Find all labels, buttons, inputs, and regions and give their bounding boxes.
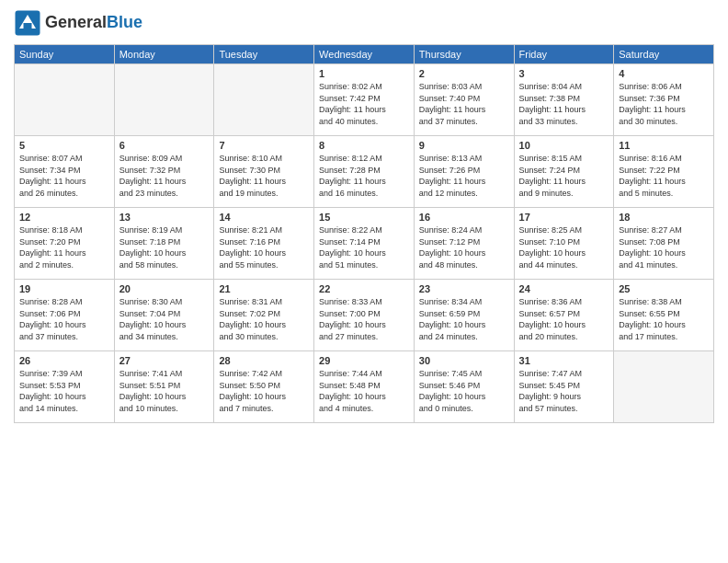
calendar-cell: 5Sunrise: 8:07 AM Sunset: 7:34 PM Daylig… (15, 136, 115, 208)
calendar-cell: 19Sunrise: 8:28 AM Sunset: 7:06 PM Dayli… (15, 280, 115, 351)
day-number: 30 (419, 355, 509, 366)
calendar-cell (214, 64, 314, 136)
day-info: Sunrise: 8:27 AM Sunset: 7:08 PM Dayligh… (619, 224, 709, 270)
calendar-table: SundayMondayTuesdayWednesdayThursdayFrid… (14, 44, 714, 423)
day-info: Sunrise: 8:02 AM Sunset: 7:42 PM Dayligh… (319, 81, 409, 127)
calendar-cell: 31Sunrise: 7:47 AM Sunset: 5:45 PM Dayli… (514, 351, 614, 423)
weekday-header-saturday: Saturday (614, 45, 714, 64)
calendar-cell: 8Sunrise: 8:12 AM Sunset: 7:28 PM Daylig… (314, 136, 415, 208)
day-info: Sunrise: 7:42 AM Sunset: 5:50 PM Dayligh… (219, 368, 309, 414)
day-number: 12 (19, 212, 109, 223)
calendar-cell: 1Sunrise: 8:02 AM Sunset: 7:42 PM Daylig… (314, 64, 415, 136)
calendar-cell (614, 351, 714, 423)
day-info: Sunrise: 8:15 AM Sunset: 7:24 PM Dayligh… (519, 153, 609, 199)
day-number: 3 (519, 68, 609, 79)
day-info: Sunrise: 8:07 AM Sunset: 7:34 PM Dayligh… (19, 153, 109, 199)
calendar-cell: 21Sunrise: 8:31 AM Sunset: 7:02 PM Dayli… (214, 280, 314, 351)
week-row-1: 5Sunrise: 8:07 AM Sunset: 7:34 PM Daylig… (15, 136, 714, 208)
day-info: Sunrise: 8:04 AM Sunset: 7:38 PM Dayligh… (519, 81, 609, 127)
weekday-header-monday: Monday (114, 45, 214, 64)
day-number: 10 (519, 140, 609, 151)
day-number: 20 (119, 283, 210, 294)
day-number: 15 (319, 212, 409, 223)
week-row-3: 19Sunrise: 8:28 AM Sunset: 7:06 PM Dayli… (15, 280, 714, 351)
week-row-4: 26Sunrise: 7:39 AM Sunset: 5:53 PM Dayli… (15, 351, 714, 423)
calendar-cell: 16Sunrise: 8:24 AM Sunset: 7:12 PM Dayli… (414, 208, 514, 280)
day-info: Sunrise: 8:09 AM Sunset: 7:32 PM Dayligh… (119, 153, 210, 199)
calendar-cell: 6Sunrise: 8:09 AM Sunset: 7:32 PM Daylig… (114, 136, 214, 208)
calendar-cell: 23Sunrise: 8:34 AM Sunset: 6:59 PM Dayli… (414, 280, 514, 351)
day-number: 19 (19, 283, 109, 294)
weekday-header-wednesday: Wednesday (314, 45, 415, 64)
calendar-cell: 22Sunrise: 8:33 AM Sunset: 7:00 PM Dayli… (314, 280, 415, 351)
day-info: Sunrise: 8:24 AM Sunset: 7:12 PM Dayligh… (419, 224, 509, 270)
day-info: Sunrise: 8:31 AM Sunset: 7:02 PM Dayligh… (219, 296, 309, 342)
day-number: 5 (19, 140, 109, 151)
day-number: 23 (419, 283, 509, 294)
calendar-cell: 20Sunrise: 8:30 AM Sunset: 7:04 PM Dayli… (114, 280, 214, 351)
day-info: Sunrise: 8:34 AM Sunset: 6:59 PM Dayligh… (419, 296, 509, 342)
day-number: 13 (119, 212, 210, 223)
week-row-0: 1Sunrise: 8:02 AM Sunset: 7:42 PM Daylig… (15, 64, 714, 136)
day-number: 16 (419, 212, 509, 223)
day-info: Sunrise: 8:18 AM Sunset: 7:20 PM Dayligh… (19, 224, 109, 270)
day-number: 21 (219, 283, 309, 294)
day-number: 8 (319, 140, 409, 151)
svg-rect-2 (24, 23, 32, 30)
calendar-cell (114, 64, 214, 136)
day-number: 14 (219, 212, 309, 223)
day-info: Sunrise: 8:25 AM Sunset: 7:10 PM Dayligh… (519, 224, 609, 270)
weekday-header-sunday: Sunday (15, 45, 115, 64)
day-info: Sunrise: 8:22 AM Sunset: 7:14 PM Dayligh… (319, 224, 409, 270)
logo-text: GeneralBlue (45, 14, 142, 32)
weekday-header-tuesday: Tuesday (214, 45, 314, 64)
calendar-cell: 12Sunrise: 8:18 AM Sunset: 7:20 PM Dayli… (15, 208, 115, 280)
day-number: 27 (119, 355, 210, 366)
day-info: Sunrise: 8:19 AM Sunset: 7:18 PM Dayligh… (119, 224, 210, 270)
day-number: 2 (419, 68, 509, 79)
logo: GeneralBlue (14, 9, 142, 37)
day-info: Sunrise: 8:30 AM Sunset: 7:04 PM Dayligh… (119, 296, 210, 342)
day-info: Sunrise: 8:03 AM Sunset: 7:40 PM Dayligh… (419, 81, 509, 127)
day-info: Sunrise: 8:16 AM Sunset: 7:22 PM Dayligh… (619, 153, 709, 199)
day-info: Sunrise: 8:38 AM Sunset: 6:55 PM Dayligh… (619, 296, 709, 342)
logo-icon (14, 9, 41, 37)
calendar-cell: 9Sunrise: 8:13 AM Sunset: 7:26 PM Daylig… (414, 136, 514, 208)
calendar-cell: 4Sunrise: 8:06 AM Sunset: 7:36 PM Daylig… (614, 64, 714, 136)
calendar-cell: 25Sunrise: 8:38 AM Sunset: 6:55 PM Dayli… (614, 280, 714, 351)
calendar-cell: 15Sunrise: 8:22 AM Sunset: 7:14 PM Dayli… (314, 208, 415, 280)
day-number: 9 (419, 140, 509, 151)
weekday-header-thursday: Thursday (414, 45, 514, 64)
day-info: Sunrise: 7:39 AM Sunset: 5:53 PM Dayligh… (19, 368, 109, 414)
day-info: Sunrise: 8:28 AM Sunset: 7:06 PM Dayligh… (19, 296, 109, 342)
day-info: Sunrise: 8:21 AM Sunset: 7:16 PM Dayligh… (219, 224, 309, 270)
day-info: Sunrise: 8:36 AM Sunset: 6:57 PM Dayligh… (519, 296, 609, 342)
day-info: Sunrise: 7:45 AM Sunset: 5:46 PM Dayligh… (419, 368, 509, 414)
day-info: Sunrise: 7:44 AM Sunset: 5:48 PM Dayligh… (319, 368, 409, 414)
day-number: 7 (219, 140, 309, 151)
day-info: Sunrise: 8:10 AM Sunset: 7:30 PM Dayligh… (219, 153, 309, 199)
calendar-cell: 10Sunrise: 8:15 AM Sunset: 7:24 PM Dayli… (514, 136, 614, 208)
day-number: 26 (19, 355, 109, 366)
week-row-2: 12Sunrise: 8:18 AM Sunset: 7:20 PM Dayli… (15, 208, 714, 280)
calendar-cell (15, 64, 115, 136)
day-info: Sunrise: 7:41 AM Sunset: 5:51 PM Dayligh… (119, 368, 210, 414)
calendar-body: 1Sunrise: 8:02 AM Sunset: 7:42 PM Daylig… (15, 64, 714, 423)
day-info: Sunrise: 8:13 AM Sunset: 7:26 PM Dayligh… (419, 153, 509, 199)
day-number: 31 (519, 355, 609, 366)
calendar-cell: 13Sunrise: 8:19 AM Sunset: 7:18 PM Dayli… (114, 208, 214, 280)
day-info: Sunrise: 8:06 AM Sunset: 7:36 PM Dayligh… (619, 81, 709, 127)
calendar-cell: 2Sunrise: 8:03 AM Sunset: 7:40 PM Daylig… (414, 64, 514, 136)
calendar-cell: 17Sunrise: 8:25 AM Sunset: 7:10 PM Dayli… (514, 208, 614, 280)
day-number: 28 (219, 355, 309, 366)
calendar-cell: 7Sunrise: 8:10 AM Sunset: 7:30 PM Daylig… (214, 136, 314, 208)
day-number: 17 (519, 212, 609, 223)
day-info: Sunrise: 8:12 AM Sunset: 7:28 PM Dayligh… (319, 153, 409, 199)
day-number: 4 (619, 68, 709, 79)
calendar-cell: 28Sunrise: 7:42 AM Sunset: 5:50 PM Dayli… (214, 351, 314, 423)
calendar-cell: 14Sunrise: 8:21 AM Sunset: 7:16 PM Dayli… (214, 208, 314, 280)
calendar-cell: 29Sunrise: 7:44 AM Sunset: 5:48 PM Dayli… (314, 351, 415, 423)
day-number: 11 (619, 140, 709, 151)
day-info: Sunrise: 7:47 AM Sunset: 5:45 PM Dayligh… (519, 368, 609, 414)
weekday-header-row: SundayMondayTuesdayWednesdayThursdayFrid… (15, 45, 714, 64)
